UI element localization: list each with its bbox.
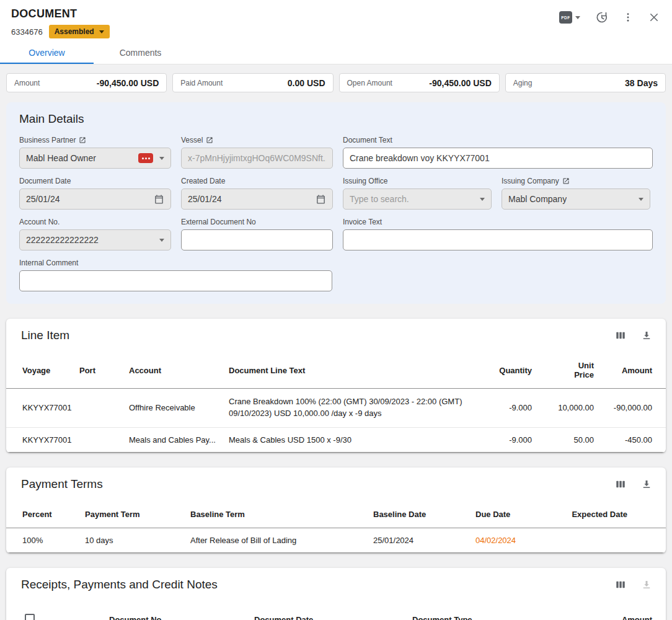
document-date-input[interactable]: 25/01/24 xyxy=(19,188,171,210)
column-settings-icon[interactable] xyxy=(615,579,626,590)
header-left: DOCUMENT 6334676 Assembled xyxy=(11,7,110,38)
summary-label: Aging xyxy=(513,79,533,87)
select-placeholder: Type to search. xyxy=(350,194,409,204)
business-partner-select[interactable]: Mabl Head Owner xyxy=(19,148,171,169)
history-icon[interactable] xyxy=(595,11,608,24)
vessel-input[interactable]: x-7pMnHjyjimtxgHOq6WC0M9SNft... xyxy=(181,148,333,169)
pdf-export-button[interactable]: PDF xyxy=(559,11,580,24)
summary-cards: Amount -90,450.00 USD Paid Amount 0.00 U… xyxy=(0,64,672,99)
cell-payment-term: 10 days xyxy=(80,528,185,552)
tab-overview[interactable]: Overview xyxy=(0,41,94,64)
col-header-document-type: Document Type xyxy=(407,595,557,620)
line-item-row[interactable]: KKYYX77001 Meals and Cables Pay... Meals… xyxy=(6,427,666,452)
status-badge[interactable]: Assembled xyxy=(49,25,110,38)
external-document-no-input[interactable] xyxy=(181,229,333,250)
download-icon[interactable] xyxy=(641,330,652,341)
summary-card-aging: Aging 38 Days xyxy=(505,73,666,92)
col-header-amount: Amount xyxy=(557,595,666,620)
tab-comments[interactable]: Comments xyxy=(94,41,187,64)
col-header-quantity: Quantity xyxy=(484,346,537,389)
business-partner-field: Business Partner Mabl Head Owner xyxy=(19,136,171,169)
cell-amount: -450.00 xyxy=(599,427,666,452)
chevron-down-icon xyxy=(480,198,485,201)
invoice-text-input[interactable] xyxy=(343,229,653,250)
cell-voyage: KKYYX77001 xyxy=(6,427,74,452)
download-icon xyxy=(641,579,652,590)
select-all-cell xyxy=(6,595,104,620)
external-link-icon[interactable] xyxy=(562,177,570,185)
chevron-down-icon xyxy=(639,198,643,201)
cell-document-line-text: Meals & Cables USD 1500 x -9/30 xyxy=(224,427,484,452)
chevron-down-icon xyxy=(159,157,164,160)
col-header-payment-term: Payment Term xyxy=(80,495,185,528)
main-details-title: Main Details xyxy=(19,112,653,126)
date-value: 25/01/24 xyxy=(188,194,222,204)
payment-terms-title: Payment Terms xyxy=(21,477,103,491)
field-label: Business Partner xyxy=(19,136,76,144)
created-date-input[interactable]: 25/01/24 xyxy=(181,188,333,210)
page-title: DOCUMENT xyxy=(11,7,110,20)
external-link-icon[interactable] xyxy=(206,136,213,144)
created-date-field: Created Date 25/01/24 xyxy=(181,177,333,210)
external-document-no-field: External Document No xyxy=(181,218,333,250)
cell-baseline-date: 25/01/2024 xyxy=(368,528,471,552)
more-options-badge-icon xyxy=(138,153,153,163)
summary-label: Amount xyxy=(14,79,40,87)
cell-account: Meals and Cables Pay... xyxy=(124,427,224,452)
table-header-row: Document No Document Date Document Type … xyxy=(6,595,666,620)
internal-comment-input[interactable] xyxy=(19,270,332,291)
line-item-section: Line Item Voyage Port Account Document L… xyxy=(6,319,666,453)
chevron-down-icon xyxy=(99,30,104,33)
cell-quantity: -9.000 xyxy=(484,427,537,452)
line-item-title: Line Item xyxy=(21,329,69,342)
main-details-section: Main Details Business Partner Mabl Head … xyxy=(6,102,666,304)
kebab-menu-icon[interactable] xyxy=(622,12,634,23)
field-label: Invoice Text xyxy=(343,218,382,226)
col-header-baseline-date: Baseline Date xyxy=(368,495,471,528)
col-header-document-date: Document Date xyxy=(249,595,407,620)
column-settings-icon[interactable] xyxy=(615,330,626,341)
receipts-title: Receipts, Payments and Credit Notes xyxy=(21,578,218,591)
internal-comment-field: Internal Comment xyxy=(19,259,332,291)
document-date-field: Document Date 25/01/24 xyxy=(19,177,171,210)
issuing-office-select[interactable]: Type to search. xyxy=(343,188,492,210)
cell-due-date: 04/02/2024 xyxy=(471,528,567,552)
field-label: Issuing Company xyxy=(502,177,559,185)
field-label: Created Date xyxy=(181,177,225,185)
payment-terms-table: Percent Payment Term Baseline Term Basel… xyxy=(6,495,666,553)
summary-card-open-amount: Open Amount -90,450.00 USD xyxy=(339,73,500,92)
cell-document-line-text: Crane Breakdown 100% (22:00 (GMT) 30/09/… xyxy=(224,389,484,428)
account-no-select[interactable]: 222222222222222 xyxy=(19,229,171,250)
column-settings-icon[interactable] xyxy=(615,479,626,490)
col-header-document-no: Document No xyxy=(104,595,249,620)
vessel-field: Vessel x-7pMnHjyjimtxgHOq6WC0M9SNft... xyxy=(181,136,333,169)
document-number: 6334676 xyxy=(11,27,43,37)
select-all-checkbox[interactable] xyxy=(25,614,35,620)
download-icon[interactable] xyxy=(641,479,652,490)
field-label: External Document No xyxy=(181,218,256,226)
line-item-row[interactable]: KKYYX77001 Offhire Receivable Crane Brea… xyxy=(6,389,666,428)
close-icon[interactable] xyxy=(648,12,660,23)
col-header-voyage: Voyage xyxy=(6,346,74,389)
payment-term-row[interactable]: 100% 10 days After Release of Bill of La… xyxy=(6,528,666,552)
cell-port xyxy=(74,389,124,428)
summary-label: Open Amount xyxy=(347,79,392,87)
field-label: Document Text xyxy=(343,136,392,144)
summary-value: -90,450.00 USD xyxy=(429,78,491,88)
cell-amount: -90,000.00 xyxy=(599,389,666,428)
invoice-text-field: Invoice Text xyxy=(343,218,653,250)
col-header-document-line-text: Document Line Text xyxy=(224,346,484,389)
calendar-icon xyxy=(316,194,326,205)
cell-port xyxy=(74,427,124,452)
table-header-row: Voyage Port Account Document Line Text Q… xyxy=(6,346,666,389)
document-text-input[interactable] xyxy=(343,148,653,169)
external-link-icon[interactable] xyxy=(79,136,86,144)
issuing-company-field: Issuing Company Mabl Company xyxy=(502,177,650,210)
col-header-percent: Percent xyxy=(6,495,80,528)
field-label: Vessel xyxy=(181,136,203,144)
cell-voyage: KKYYX77001 xyxy=(6,389,74,428)
vessel-value: x-7pMnHjyjimtxgHOq6WC0M9SNft... xyxy=(188,153,326,163)
calendar-icon xyxy=(154,194,164,205)
select-value: Mabl Head Owner xyxy=(26,153,96,163)
issuing-company-select[interactable]: Mabl Company xyxy=(502,188,650,210)
